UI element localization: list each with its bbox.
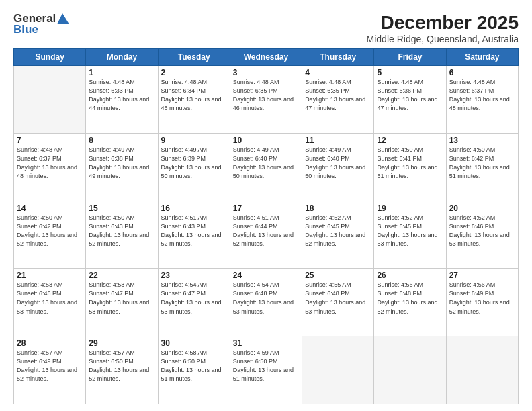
day-info: Sunrise: 4:48 AMSunset: 6:33 PMDaylight:… [89,78,154,113]
calendar-cell: 10Sunrise: 4:49 AMSunset: 6:40 PMDayligh… [230,133,302,201]
day-number: 29 [89,338,154,348]
calendar-day-header: Thursday [302,49,374,66]
day-number: 4 [305,68,371,77]
day-number: 15 [89,203,154,213]
day-number: 8 [89,136,154,145]
logo-icon [57,12,71,26]
day-info: Sunrise: 4:49 AMSunset: 6:39 PMDaylight:… [161,146,227,181]
day-info: Sunrise: 4:51 AMSunset: 6:43 PMDaylight:… [161,214,227,248]
calendar-cell: 18Sunrise: 4:52 AMSunset: 6:45 PMDayligh… [302,201,374,269]
calendar-cell: 4Sunrise: 4:48 AMSunset: 6:35 PMDaylight… [302,66,374,134]
day-info: Sunrise: 4:49 AMSunset: 6:40 PMDaylight:… [305,146,371,181]
calendar-week-row: 1Sunrise: 4:48 AMSunset: 6:33 PMDaylight… [14,66,519,134]
day-info: Sunrise: 4:49 AMSunset: 6:40 PMDaylight:… [233,146,299,181]
day-number: 26 [377,271,443,280]
calendar-cell: 12Sunrise: 4:50 AMSunset: 6:41 PMDayligh… [374,133,446,201]
calendar-cell [302,336,374,404]
day-number: 16 [161,203,227,213]
day-info: Sunrise: 4:50 AMSunset: 6:42 PMDaylight:… [449,146,515,181]
day-info: Sunrise: 4:52 AMSunset: 6:46 PMDaylight:… [449,214,515,248]
calendar-day-header: Monday [86,49,158,66]
day-info: Sunrise: 4:48 AMSunset: 6:35 PMDaylight:… [305,78,371,113]
day-info: Sunrise: 4:48 AMSunset: 6:36 PMDaylight:… [377,78,443,113]
day-number: 7 [17,136,83,145]
calendar-cell: 29Sunrise: 4:57 AMSunset: 6:50 PMDayligh… [86,336,158,404]
day-info: Sunrise: 4:59 AMSunset: 6:50 PMDaylight:… [233,349,299,383]
day-info: Sunrise: 4:50 AMSunset: 6:43 PMDaylight:… [89,214,154,248]
day-number: 5 [377,68,443,77]
day-info: Sunrise: 4:54 AMSunset: 6:47 PMDaylight:… [161,281,227,316]
day-info: Sunrise: 4:52 AMSunset: 6:45 PMDaylight:… [305,214,371,248]
day-info: Sunrise: 4:48 AMSunset: 6:35 PMDaylight:… [233,78,299,113]
calendar-cell: 22Sunrise: 4:53 AMSunset: 6:47 PMDayligh… [86,269,158,336]
calendar-cell: 23Sunrise: 4:54 AMSunset: 6:47 PMDayligh… [158,269,230,336]
calendar-cell: 20Sunrise: 4:52 AMSunset: 6:46 PMDayligh… [446,201,518,269]
day-number: 1 [89,68,154,77]
day-info: Sunrise: 4:48 AMSunset: 6:37 PMDaylight:… [449,78,515,113]
day-number: 3 [233,68,299,77]
calendar-cell: 31Sunrise: 4:59 AMSunset: 6:50 PMDayligh… [230,336,302,404]
day-number: 17 [233,203,299,213]
calendar-cell: 8Sunrise: 4:49 AMSunset: 6:38 PMDaylight… [86,133,158,201]
page: General Blue December 2025 Middle Ridge,… [0,0,532,411]
day-number: 22 [89,271,154,280]
calendar-cell [374,336,446,404]
logo-blue-text: Blue [13,23,38,36]
calendar-day-header: Friday [374,49,446,66]
day-info: Sunrise: 4:53 AMSunset: 6:47 PMDaylight:… [89,281,154,316]
day-info: Sunrise: 4:51 AMSunset: 6:44 PMDaylight:… [233,214,299,248]
calendar-cell: 26Sunrise: 4:56 AMSunset: 6:48 PMDayligh… [374,269,446,336]
day-info: Sunrise: 4:55 AMSunset: 6:48 PMDaylight:… [305,281,371,316]
day-number: 9 [161,136,227,145]
calendar-cell: 24Sunrise: 4:54 AMSunset: 6:48 PMDayligh… [230,269,302,336]
calendar-table: SundayMondayTuesdayWednesdayThursdayFrid… [13,48,519,404]
calendar-cell: 30Sunrise: 4:58 AMSunset: 6:50 PMDayligh… [158,336,230,404]
header: General Blue December 2025 Middle Ridge,… [13,12,519,44]
page-title: December 2025 [367,12,519,34]
day-number: 19 [377,203,443,213]
day-number: 31 [233,338,299,348]
calendar-cell: 1Sunrise: 4:48 AMSunset: 6:33 PMDaylight… [86,66,158,134]
calendar-cell: 3Sunrise: 4:48 AMSunset: 6:35 PMDaylight… [230,66,302,134]
calendar-day-header: Sunday [14,49,86,66]
day-number: 6 [449,68,515,77]
calendar-week-row: 7Sunrise: 4:48 AMSunset: 6:37 PMDaylight… [14,133,519,201]
calendar-header-row: SundayMondayTuesdayWednesdayThursdayFrid… [14,49,519,66]
calendar-cell: 21Sunrise: 4:53 AMSunset: 6:46 PMDayligh… [14,269,86,336]
day-number: 11 [305,136,371,145]
calendar-cell: 5Sunrise: 4:48 AMSunset: 6:36 PMDaylight… [374,66,446,134]
day-number: 30 [161,338,227,348]
day-number: 25 [305,271,371,280]
calendar-cell: 2Sunrise: 4:48 AMSunset: 6:34 PMDaylight… [158,66,230,134]
title-block: December 2025 Middle Ridge, Queensland, … [367,12,519,44]
page-subtitle: Middle Ridge, Queensland, Australia [367,34,519,44]
day-number: 12 [377,136,443,145]
calendar-cell [446,336,518,404]
day-number: 13 [449,136,515,145]
calendar-cell: 19Sunrise: 4:52 AMSunset: 6:45 PMDayligh… [374,201,446,269]
day-number: 23 [161,271,227,280]
day-info: Sunrise: 4:50 AMSunset: 6:41 PMDaylight:… [377,146,443,181]
day-info: Sunrise: 4:57 AMSunset: 6:49 PMDaylight:… [17,349,83,383]
calendar-cell: 7Sunrise: 4:48 AMSunset: 6:37 PMDaylight… [14,133,86,201]
day-info: Sunrise: 4:56 AMSunset: 6:49 PMDaylight:… [449,281,515,316]
calendar-cell: 9Sunrise: 4:49 AMSunset: 6:39 PMDaylight… [158,133,230,201]
calendar-week-row: 21Sunrise: 4:53 AMSunset: 6:46 PMDayligh… [14,269,519,336]
calendar-cell [14,66,86,134]
day-info: Sunrise: 4:50 AMSunset: 6:42 PMDaylight:… [17,214,83,248]
day-number: 2 [161,68,227,77]
calendar-cell: 17Sunrise: 4:51 AMSunset: 6:44 PMDayligh… [230,201,302,269]
day-info: Sunrise: 4:49 AMSunset: 6:38 PMDaylight:… [89,146,154,181]
logo: General Blue [13,12,71,36]
day-info: Sunrise: 4:52 AMSunset: 6:45 PMDaylight:… [377,214,443,248]
calendar-cell: 25Sunrise: 4:55 AMSunset: 6:48 PMDayligh… [302,269,374,336]
day-number: 14 [17,203,83,213]
day-number: 20 [449,203,515,213]
day-number: 18 [305,203,371,213]
day-number: 27 [449,271,515,280]
day-number: 24 [233,271,299,280]
day-info: Sunrise: 4:57 AMSunset: 6:50 PMDaylight:… [89,349,154,383]
calendar-cell: 14Sunrise: 4:50 AMSunset: 6:42 PMDayligh… [14,201,86,269]
day-info: Sunrise: 4:58 AMSunset: 6:50 PMDaylight:… [161,349,227,383]
calendar-cell: 6Sunrise: 4:48 AMSunset: 6:37 PMDaylight… [446,66,518,134]
